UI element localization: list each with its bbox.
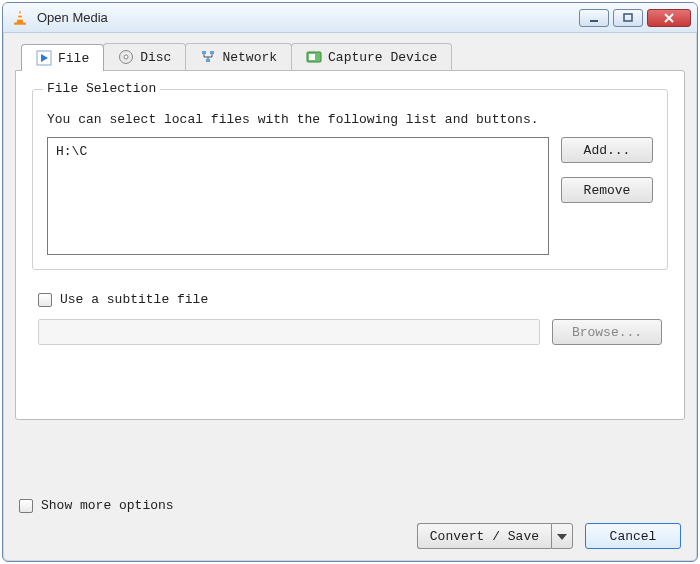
file-list[interactable]: H:\C [47,137,549,255]
use-subtitle-label: Use a subtitle file [60,292,208,307]
tab-file[interactable]: File [21,44,104,71]
client-area: File Disc Network Capture Device [3,33,697,561]
file-selection-legend: File Selection [43,81,160,96]
source-tabs: File Disc Network Capture Device [21,43,685,70]
window-title: Open Media [37,10,108,25]
subtitle-path-field [38,319,540,345]
capture-device-icon [306,49,322,65]
file-selection-helper: You can select local files with the foll… [47,112,653,127]
tab-label: Network [222,50,277,65]
svg-rect-14 [206,59,210,62]
remove-file-button[interactable]: Remove [561,177,653,203]
chevron-down-icon [557,529,567,544]
svg-point-11 [124,55,128,59]
show-more-options-label: Show more options [41,498,174,513]
close-button[interactable] [647,9,691,27]
file-tab-panel: File Selection You can select local file… [15,70,685,420]
browse-subtitle-button[interactable]: Browse... [552,319,662,345]
title-bar: Open Media [3,3,697,33]
file-selection-group: File Selection You can select local file… [32,89,668,270]
convert-save-split-button: Convert / Save [417,523,573,549]
file-list-item[interactable]: H:\C [56,144,540,159]
convert-save-dropdown-button[interactable] [551,523,573,549]
bottom-area: Show more options Convert / Save Cancel [15,486,685,549]
open-media-window: Open Media File [2,2,698,562]
tab-label: File [58,51,89,66]
svg-rect-4 [590,20,598,22]
convert-save-button[interactable]: Convert / Save [417,523,551,549]
maximize-button[interactable] [613,9,643,27]
window-controls [579,9,691,27]
vlc-cone-icon [11,9,29,27]
subtitle-section: Use a subtitle file Browse... [32,292,668,345]
disc-icon [118,49,134,65]
svg-marker-17 [557,534,567,540]
minimize-button[interactable] [579,9,609,27]
svg-marker-0 [17,10,24,23]
add-file-button[interactable]: Add... [561,137,653,163]
svg-rect-1 [18,13,21,15]
tab-disc[interactable]: Disc [103,43,186,70]
use-subtitle-checkbox[interactable] [38,293,52,307]
show-more-options-checkbox[interactable] [19,499,33,513]
tab-capture-device[interactable]: Capture Device [291,43,452,70]
svg-rect-16 [309,54,315,60]
tab-label: Disc [140,50,171,65]
tab-label: Capture Device [328,50,437,65]
network-icon [200,49,216,65]
tab-network[interactable]: Network [185,43,292,70]
svg-marker-9 [41,54,48,62]
svg-rect-2 [17,17,22,19]
svg-rect-13 [210,51,214,54]
file-play-icon [36,50,52,66]
svg-rect-3 [14,22,26,24]
svg-rect-12 [202,51,206,54]
cancel-button[interactable]: Cancel [585,523,681,549]
svg-rect-5 [624,14,632,21]
